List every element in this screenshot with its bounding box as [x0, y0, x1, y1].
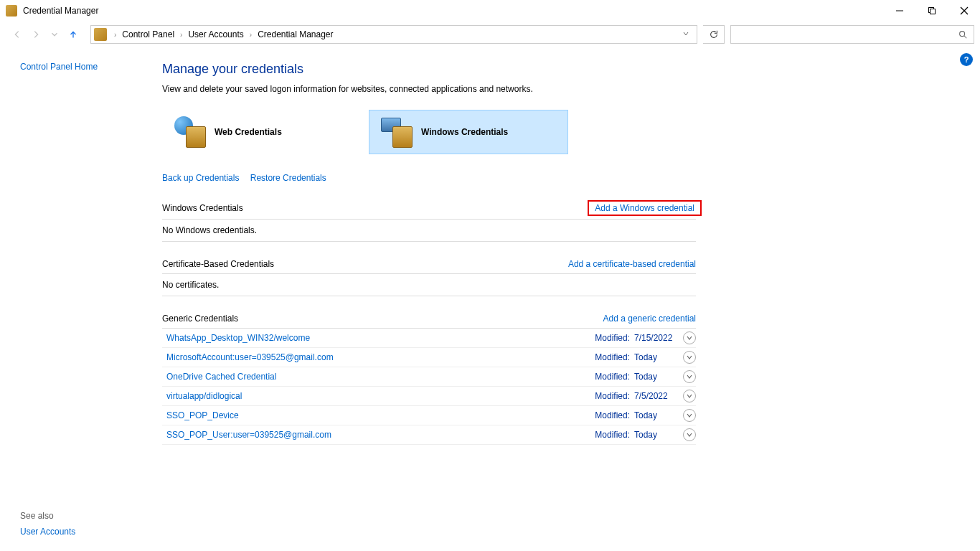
windows-credentials-card[interactable]: Windows Credentials	[369, 110, 568, 154]
modified-value: Today	[634, 372, 677, 382]
modified-label: Modified:	[595, 333, 634, 343]
chevron-right-icon[interactable]: ›	[111, 31, 119, 39]
web-credentials-label: Web Credentials	[215, 127, 282, 137]
backup-credentials-link[interactable]: Back up Credentials	[162, 173, 239, 183]
control-panel-icon	[94, 28, 107, 41]
web-credentials-icon	[174, 116, 206, 148]
search-icon	[958, 29, 968, 39]
windows-credentials-section-title: Windows Credentials	[162, 203, 243, 213]
modified-label: Modified:	[595, 391, 634, 401]
credential-name: WhatsApp_Desktop_WIN32/welcome	[162, 333, 595, 343]
expand-chevron-icon[interactable]	[683, 409, 696, 422]
address-bar[interactable]: › Control Panel › User Accounts › Creden…	[90, 25, 697, 44]
credential-name: MicrosoftAccount:user=039525@gmail.com	[162, 352, 595, 362]
recent-dropdown[interactable]	[46, 26, 63, 43]
forward-button[interactable]	[27, 26, 44, 43]
help-icon[interactable]: ?	[960, 53, 973, 66]
modified-value: Today	[634, 430, 677, 440]
credential-row[interactable]: MicrosoftAccount:user=039525@gmail.comMo…	[162, 348, 696, 367]
generic-credentials-section-title: Generic Credentials	[162, 314, 238, 324]
modified-label: Modified:	[595, 430, 634, 440]
windows-credentials-section-header: Windows Credentials Add a Windows creden…	[162, 197, 696, 220]
credential-row[interactable]: SSO_POP_DeviceModified:Today	[162, 406, 696, 425]
expand-chevron-icon[interactable]	[683, 331, 696, 344]
windows-credentials-empty: No Windows credentials.	[162, 220, 696, 242]
user-accounts-link[interactable]: User Accounts	[20, 527, 151, 537]
expand-chevron-icon[interactable]	[683, 390, 696, 402]
refresh-button[interactable]	[703, 25, 725, 44]
credential-row[interactable]: WhatsApp_Desktop_WIN32/welcomeModified:7…	[162, 329, 696, 348]
address-dropdown-icon[interactable]	[678, 29, 694, 39]
windows-credentials-icon	[381, 116, 413, 148]
credential-name: SSO_POP_User:user=039525@gmail.com	[162, 430, 595, 440]
credential-name: SSO_POP_Device	[162, 410, 595, 420]
modified-label: Modified:	[595, 410, 634, 420]
web-credentials-card[interactable]: Web Credentials	[162, 110, 362, 154]
close-button[interactable]	[948, 0, 980, 22]
expand-chevron-icon[interactable]	[683, 370, 696, 383]
chevron-right-icon[interactable]: ›	[177, 31, 185, 39]
page-description: View and delete your saved logon informa…	[162, 84, 696, 94]
chevron-right-icon[interactable]: ›	[247, 31, 255, 39]
expand-chevron-icon[interactable]	[683, 428, 696, 441]
credential-row[interactable]: virtualapp/didlogicalModified:7/5/2022	[162, 387, 696, 406]
svg-line-6	[964, 36, 967, 39]
add-certificate-credential-link[interactable]: Add a certificate-based credential	[568, 259, 696, 269]
svg-point-5	[960, 32, 965, 37]
add-windows-credential-link[interactable]: Add a Windows credential	[588, 200, 702, 216]
windows-credentials-label: Windows Credentials	[421, 127, 508, 137]
modified-value: Today	[634, 410, 677, 420]
credential-row[interactable]: SSO_POP_User:user=039525@gmail.comModifi…	[162, 425, 696, 445]
up-button[interactable]	[65, 26, 82, 43]
modified-value: Today	[634, 352, 677, 362]
back-button[interactable]	[9, 26, 26, 43]
certificate-credentials-section-header: Certificate-Based Credentials Add a cert…	[162, 255, 696, 274]
search-input[interactable]	[730, 25, 974, 44]
window-title: Credential Manager	[23, 6, 98, 16]
page-title: Manage your credentials	[162, 62, 696, 77]
control-panel-home-link[interactable]: Control Panel Home	[20, 62, 151, 72]
maximize-button[interactable]	[915, 0, 948, 22]
add-generic-credential-link[interactable]: Add a generic credential	[603, 314, 696, 324]
address-row: › Control Panel › User Accounts › Creden…	[0, 22, 980, 47]
see-also-label: See also	[20, 511, 151, 521]
credential-name: OneDrive Cached Credential	[162, 372, 595, 382]
modified-value: 7/5/2022	[634, 391, 677, 401]
credential-row[interactable]: OneDrive Cached CredentialModified:Today	[162, 367, 696, 387]
sidebar: Control Panel Home See also User Account…	[0, 47, 151, 551]
modified-label: Modified:	[595, 352, 634, 362]
content-area: Manage your credentials View and delete …	[151, 47, 710, 551]
generic-credentials-section-header: Generic Credentials Add a generic creden…	[162, 309, 696, 329]
certificate-credentials-empty: No certificates.	[162, 274, 696, 296]
modified-value: 7/15/2022	[634, 333, 677, 343]
credential-name: virtualapp/didlogical	[162, 391, 595, 401]
svg-rect-2	[930, 9, 935, 14]
expand-chevron-icon[interactable]	[683, 351, 696, 364]
modified-label: Modified:	[595, 372, 634, 382]
minimize-button[interactable]	[883, 0, 915, 22]
breadcrumb-control-panel[interactable]: Control Panel	[121, 29, 176, 39]
breadcrumb-user-accounts[interactable]: User Accounts	[187, 29, 245, 39]
title-bar: Credential Manager	[0, 0, 980, 22]
generic-credentials-list: WhatsApp_Desktop_WIN32/welcomeModified:7…	[162, 329, 696, 445]
breadcrumb-credential-manager[interactable]: Credential Manager	[256, 29, 334, 39]
restore-credentials-link[interactable]: Restore Credentials	[250, 173, 326, 183]
certificate-credentials-section-title: Certificate-Based Credentials	[162, 259, 274, 269]
app-icon	[6, 5, 17, 17]
